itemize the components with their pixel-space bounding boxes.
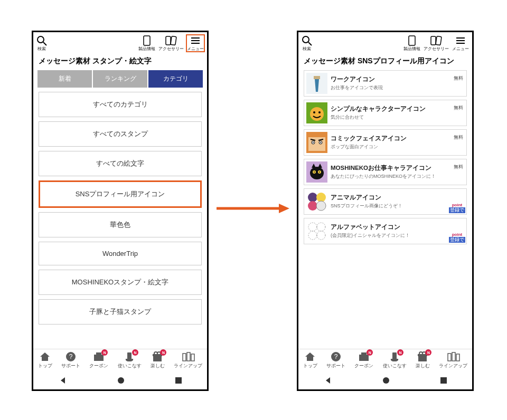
- item-subtitle: ポップな面白アイコン: [331, 144, 450, 150]
- item-title: シンプルなキャラクターアイコン: [331, 105, 450, 113]
- svg-rect-74: [452, 352, 455, 361]
- nav-back-icon[interactable]: [59, 376, 67, 385]
- tab-coupon[interactable]: N クーポン: [354, 351, 373, 369]
- thumb-alphabet-icon: [306, 221, 327, 242]
- svg-text:?: ?: [334, 353, 338, 360]
- menu-label: メニュー: [452, 47, 469, 51]
- icon-pack-item[interactable]: シンプルなキャラクターアイコン 気分に合わせて 無料: [304, 100, 467, 126]
- tab-coupon-label: クーポン: [354, 363, 373, 369]
- nav-home-icon[interactable]: [382, 377, 390, 384]
- tab-lineup[interactable]: ラインアップ: [439, 351, 467, 369]
- svg-rect-6: [171, 36, 176, 45]
- top-toolbar: 検索 製品情報 アクセサリー メニュー: [33, 32, 207, 52]
- phone-icon: [143, 35, 151, 46]
- thumb-comic-face-icon: [306, 132, 327, 153]
- item-title: コミックフェイスアイコン: [331, 135, 450, 142]
- icon-pack-item[interactable]: ワークアイコン お仕事をアイコンで表現 無料: [304, 70, 467, 97]
- svg-line-27: [308, 42, 312, 45]
- category-item-sns-profile[interactable]: SNSプロフィール用アイコン: [39, 180, 202, 208]
- tab-support[interactable]: ? サポート: [326, 351, 345, 369]
- category-item[interactable]: MOSHINEKOスタンプ・絵文字: [39, 270, 202, 295]
- svg-marker-76: [326, 377, 330, 384]
- category-item[interactable]: すべてのカテゴリ: [39, 92, 202, 117]
- page-title: メッセージ素材 スタンプ・絵文字: [33, 52, 207, 70]
- category-item[interactable]: 子豚と子猫スタンプ: [39, 299, 202, 324]
- tab-lineup[interactable]: ラインアップ: [174, 351, 202, 369]
- tab-top-label: トップ: [38, 363, 52, 369]
- category-item[interactable]: すべての絵文字: [39, 151, 202, 176]
- svg-rect-28: [409, 36, 415, 45]
- tab-howto[interactable]: N 使いこなす: [383, 351, 407, 369]
- icon-pack-item[interactable]: コミックフェイスアイコン ポップな面白アイコン 無料: [304, 129, 467, 156]
- accessory-button[interactable]: アクセサリー: [158, 35, 184, 51]
- nav-recent-icon[interactable]: [440, 377, 447, 384]
- flow-arrow: [217, 204, 289, 213]
- svg-point-50: [310, 167, 324, 179]
- badge-icon: N: [367, 349, 373, 356]
- svg-point-56: [316, 193, 326, 202]
- phone-icon: [408, 35, 416, 46]
- badge-icon: N: [425, 349, 431, 356]
- point-badge: point 登録で: [449, 203, 465, 213]
- badge-icon: N: [397, 349, 403, 356]
- tab-enjoy[interactable]: N 楽しむ: [151, 351, 165, 369]
- icon-pack-item[interactable]: アルファベットアイコン (会員限定)イニシャルをアイコンに！ point 登録で: [304, 218, 467, 244]
- menu-button[interactable]: メニュー: [186, 34, 205, 52]
- svg-point-60: [317, 223, 325, 231]
- tab-top-label: トップ: [303, 363, 317, 369]
- search-label: 検索: [37, 47, 46, 51]
- search-button[interactable]: 検索: [302, 35, 312, 51]
- hamburger-icon: [455, 35, 466, 46]
- svg-rect-68: [392, 352, 397, 360]
- search-icon: [302, 35, 312, 46]
- svg-point-45: [313, 142, 314, 143]
- point-label: point: [452, 233, 463, 237]
- svg-point-40: [318, 111, 321, 113]
- svg-point-77: [383, 377, 389, 384]
- category-item[interactable]: 華色色: [39, 212, 202, 237]
- tab-coupon-label: クーポン: [89, 363, 108, 369]
- menu-button[interactable]: メニュー: [452, 35, 469, 51]
- icon-pack-item[interactable]: MOSHINEKOお仕事キャラアイコン あなたにぴったりのMOSHINEKOをア…: [304, 159, 467, 185]
- nav-back-icon[interactable]: [324, 376, 332, 385]
- tab-support[interactable]: ? サポート: [61, 351, 80, 369]
- bottom-tabbar: トップ ? サポート N クーポン N 使いこなす N 楽しむ ラインアップ: [33, 349, 207, 371]
- svg-rect-35: [314, 76, 320, 79]
- svg-rect-25: [175, 377, 182, 384]
- product-info-label: 製品情報: [403, 47, 420, 51]
- tab-coupon[interactable]: N クーポン: [89, 351, 108, 369]
- android-navbar: [298, 371, 472, 389]
- product-info-label: 製品情報: [138, 47, 155, 51]
- tab-top[interactable]: トップ: [303, 351, 317, 369]
- category-item[interactable]: すべてのスタンプ: [39, 121, 202, 147]
- tab-ranking[interactable]: ランキング: [93, 70, 147, 88]
- home-icon: [304, 351, 316, 362]
- point-label: point: [452, 203, 463, 207]
- search-button[interactable]: 検索: [36, 35, 47, 51]
- svg-rect-75: [456, 354, 459, 361]
- tab-category[interactable]: カテゴリ: [148, 70, 203, 88]
- nav-home-icon[interactable]: [117, 377, 125, 384]
- register-label: 登録で: [449, 237, 465, 243]
- category-item[interactable]: WonderTrip: [39, 242, 202, 265]
- svg-point-57: [308, 201, 317, 211]
- accessory-button[interactable]: アクセサリー: [424, 35, 449, 51]
- item-subtitle: お仕事をアイコンで表現: [331, 84, 450, 91]
- phone-left: 検索 製品情報 アクセサリー メニュー メッセージ素材 スタンプ・絵文字 新着 …: [32, 31, 209, 391]
- thumb-work-icon: [306, 73, 327, 94]
- bottom-tabbar: トップ ? サポート N クーポン N 使いこなす N 楽しむ ラインアップ: [298, 349, 472, 371]
- svg-marker-63: [305, 352, 315, 361]
- product-info-button[interactable]: 製品情報: [403, 35, 420, 51]
- product-info-button[interactable]: 製品情報: [138, 35, 155, 51]
- tab-howto[interactable]: N 使いこなす: [118, 351, 142, 369]
- svg-marker-1: [279, 204, 289, 213]
- tab-top[interactable]: トップ: [38, 351, 52, 369]
- tab-support-label: サポート: [326, 363, 345, 369]
- tab-lineup-label: ラインアップ: [439, 363, 467, 369]
- thumb-simple-character-icon: [306, 102, 327, 123]
- item-title: アルファベットアイコン: [331, 223, 464, 231]
- icon-pack-item[interactable]: アニマルアイコン SNSプロフィール画像にどうぞ！ point 登録で: [304, 188, 467, 215]
- tab-new[interactable]: 新着: [37, 70, 92, 88]
- nav-recent-icon[interactable]: [175, 377, 182, 384]
- tab-enjoy[interactable]: N 楽しむ: [416, 351, 430, 369]
